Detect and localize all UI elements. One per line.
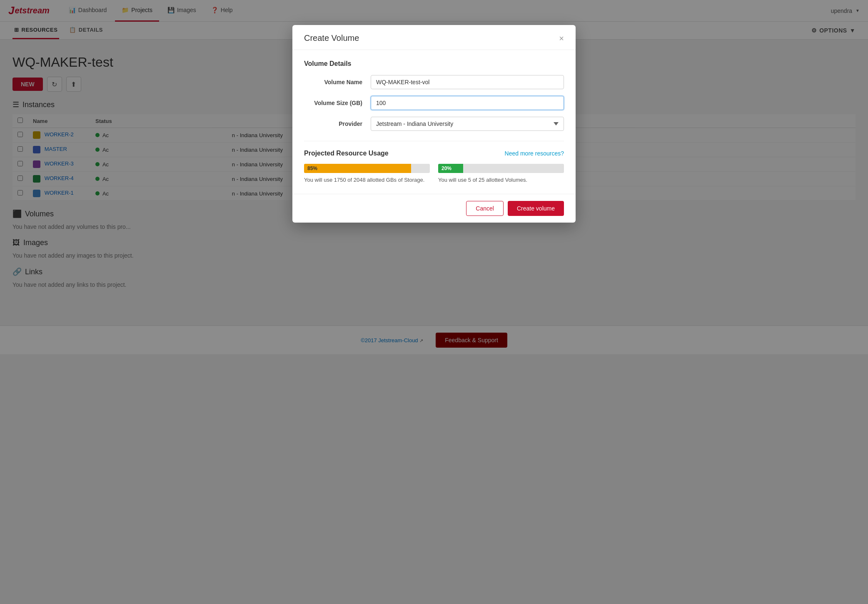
volumes-desc: You will use 5 of 25 allotted Volumes. — [438, 176, 564, 184]
create-volume-button[interactable]: Create volume — [508, 201, 564, 216]
storage-percent-label: 85% — [307, 165, 317, 171]
provider-group: Provider Jetstream - Indiana University … — [304, 117, 564, 131]
create-volume-modal: Create Volume × Volume Details Volume Na… — [292, 25, 576, 223]
provider-select[interactable]: Jetstream - Indiana University Jetstream… — [371, 117, 564, 131]
volumes-progress-bar: 20% — [438, 164, 564, 173]
volumes-usage: 20% You will use 5 of 25 allotted Volume… — [438, 164, 564, 184]
modal-title: Create Volume — [304, 33, 359, 43]
usage-grid: 85% You will use 1750 of 2048 allotted G… — [304, 164, 564, 184]
storage-progress-bar: 85% — [304, 164, 430, 173]
storage-progress-fill: 85% — [304, 164, 411, 173]
volume-size-label: Volume Size (GB) — [304, 100, 371, 106]
modal-section-title: Volume Details — [304, 60, 564, 68]
cancel-button[interactable]: Cancel — [466, 201, 504, 216]
modal-body: Volume Details Volume Name Volume Size (… — [292, 50, 576, 194]
volume-size-group: Volume Size (GB) — [304, 96, 564, 110]
volume-name-input[interactable] — [371, 75, 564, 89]
volumes-percent-label: 20% — [441, 165, 451, 171]
modal-close-button[interactable]: × — [559, 34, 564, 43]
modal-footer: Cancel Create volume — [292, 194, 576, 223]
usage-header: Projected Resource Usage Need more resou… — [304, 150, 564, 157]
volume-name-label: Volume Name — [304, 79, 371, 85]
volume-name-group: Volume Name — [304, 75, 564, 89]
storage-desc: You will use 1750 of 2048 allotted GBs o… — [304, 176, 430, 184]
modal-overlay: Create Volume × Volume Details Volume Na… — [0, 0, 868, 604]
usage-title: Projected Resource Usage — [304, 150, 389, 157]
volumes-progress-fill: 20% — [438, 164, 463, 173]
provider-label: Provider — [304, 120, 371, 127]
storage-usage: 85% You will use 1750 of 2048 allotted G… — [304, 164, 430, 184]
volume-size-input[interactable] — [371, 96, 564, 110]
need-more-resources-link[interactable]: Need more resources? — [505, 150, 564, 157]
modal-header: Create Volume × — [292, 25, 576, 50]
usage-section: Projected Resource Usage Need more resou… — [304, 141, 564, 184]
